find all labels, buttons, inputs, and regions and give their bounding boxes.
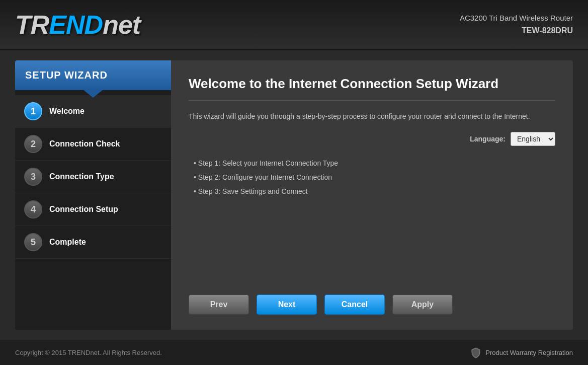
divider — [189, 100, 555, 101]
sidebar-title: SETUP WIZARD — [15, 60, 171, 90]
sidebar-item-connection-type[interactable]: 3 Connection Type — [15, 161, 171, 193]
footer: Copyright © 2015 TRENDnet. All Rights Re… — [0, 340, 588, 365]
step-1-circle: 1 — [24, 102, 42, 120]
sidebar-item-connection-setup[interactable]: 4 Connection Setup — [15, 193, 171, 226]
panel-description: This wizard will guide you through a ste… — [189, 111, 555, 122]
step-1-label: Welcome — [49, 107, 85, 116]
header-info: AC3200 Tri Band Wireless Router TEW-828D… — [460, 12, 573, 37]
footer-copyright: Copyright © 2015 TRENDnet. All Rights Re… — [15, 349, 162, 356]
language-label: Language: — [470, 135, 506, 143]
header: TRENDnet AC3200 Tri Band Wireless Router… — [0, 0, 588, 50]
step-list-item-3: Step 3: Save Settings and Connect — [194, 184, 555, 198]
sidebar-items: 1 Welcome 2 Connection Check 3 Connectio… — [15, 90, 171, 259]
step-5-label: Complete — [49, 238, 86, 247]
warranty-label: Product Warranty Registration — [485, 349, 573, 356]
warranty-registration[interactable]: Product Warranty Registration — [470, 347, 573, 358]
step-4-circle: 4 — [24, 200, 42, 218]
model-number: TEW-828DRU — [460, 24, 573, 37]
sidebar-item-complete[interactable]: 5 Complete — [15, 226, 171, 259]
next-button[interactable]: Next — [257, 295, 317, 315]
step-4-label: Connection Setup — [49, 205, 118, 214]
language-select[interactable]: English French Spanish German Italian — [511, 132, 555, 146]
steps-list: Step 1: Select your Internet Connection … — [189, 156, 555, 198]
step-2-label: Connection Check — [49, 139, 120, 149]
logo: TRENDnet — [15, 10, 140, 40]
main-panel: Welcome to the Internet Connection Setup… — [171, 60, 573, 330]
cancel-button[interactable]: Cancel — [324, 295, 385, 315]
main-content: SETUP WIZARD 1 Welcome 2 Connection Chec… — [0, 50, 588, 340]
language-row: Language: English French Spanish German … — [189, 132, 555, 146]
sidebar-item-connection-check[interactable]: 2 Connection Check — [15, 128, 171, 161]
sidebar: SETUP WIZARD 1 Welcome 2 Connection Chec… — [15, 60, 171, 330]
product-line: AC3200 Tri Band Wireless Router — [460, 12, 573, 24]
button-row: Prev Next Cancel Apply — [189, 295, 555, 315]
step-list-item-1: Step 1: Select your Internet Connection … — [194, 156, 555, 170]
shield-icon — [470, 347, 481, 358]
apply-button[interactable]: Apply — [392, 295, 453, 315]
prev-button[interactable]: Prev — [189, 295, 249, 315]
step-5-circle: 5 — [24, 233, 42, 251]
step-list-item-2: Step 2: Configure your Internet Connecti… — [194, 170, 555, 184]
step-3-circle: 3 — [24, 168, 42, 186]
panel-title: Welcome to the Internet Connection Setup… — [189, 76, 555, 93]
sidebar-item-welcome[interactable]: 1 Welcome — [15, 95, 171, 128]
step-2-circle: 2 — [24, 135, 42, 153]
logo-text: TRENDnet — [15, 10, 140, 40]
step-3-label: Connection Type — [49, 172, 114, 181]
